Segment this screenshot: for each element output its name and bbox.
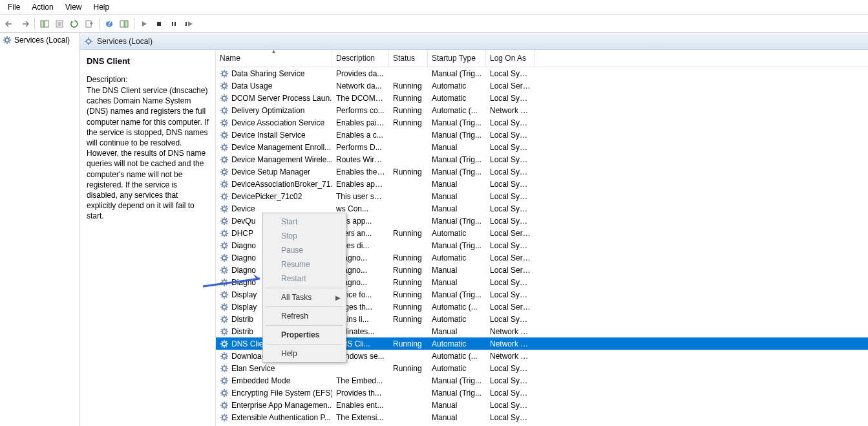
show-hide-action-pane-button[interactable] (117, 17, 131, 31)
svg-line-89 (226, 149, 227, 149)
svg-point-24 (87, 39, 90, 43)
svg-line-241 (222, 353, 222, 354)
cell-startup: Manual (428, 400, 486, 410)
cell-name: Elan Service (216, 363, 332, 374)
table-row[interactable]: Delivery OptimizationPerforms co...Runni… (216, 104, 868, 116)
cell-logon: Local Syste... (486, 240, 535, 251)
cell-logon: Local Syste... (486, 142, 535, 153)
svg-line-189 (222, 284, 222, 284)
svg-line-82 (226, 132, 227, 133)
svg-line-190 (226, 279, 227, 280)
forward-button[interactable] (17, 17, 32, 31)
col-name[interactable]: Name▲ (216, 50, 332, 67)
svg-line-153 (222, 235, 222, 235)
table-row[interactable]: Device Management Wirele...Routes Wire..… (216, 153, 868, 165)
svg-point-209 (222, 317, 226, 321)
detail-description: The DNS Client service (dnscache) caches… (87, 85, 209, 221)
table-row[interactable]: Enterprise App Managemen...Enables ent..… (216, 399, 868, 411)
cell-status (389, 196, 428, 197)
cell-startup: Manual (Trig... (428, 216, 486, 226)
cell-status: Running (389, 290, 428, 300)
cell-name: DevicePicker_71c02 (216, 191, 332, 202)
pause-service-button[interactable] (167, 17, 181, 31)
table-row[interactable]: Device Setup ManagerEnables the ...Runni… (216, 165, 868, 178)
table-row[interactable]: Encrypting File System (EFS)Provides th.… (216, 387, 868, 399)
context-menu: StartStopPauseResumeRestartAll Tasks▶Ref… (262, 213, 346, 363)
svg-line-108 (222, 173, 222, 174)
cell-logon: Local Service (486, 81, 535, 91)
col-startup-type[interactable]: Startup Type (428, 50, 486, 67)
context-menu-restart: Restart (264, 272, 344, 286)
menu-file[interactable]: File (3, 1, 25, 13)
table-row[interactable]: Elan ServiceRunningAutomaticLocal Syste.… (216, 362, 868, 374)
cell-status (389, 392, 428, 394)
cell-logon: Local Syste... (486, 154, 535, 165)
table-row[interactable]: Device Association ServiceEnables pair..… (216, 116, 868, 129)
export-list-button[interactable] (82, 17, 96, 31)
svg-point-110 (222, 182, 226, 186)
gear-icon (220, 204, 229, 213)
cell-startup: Automatic (428, 253, 486, 263)
show-hide-tree-button[interactable] (37, 17, 52, 31)
table-row[interactable]: Device Install ServiceEnables a c...Manu… (216, 129, 868, 141)
cell-status: Running (389, 265, 428, 275)
gear-icon (220, 327, 229, 336)
cell-logon: Local Syste... (486, 204, 535, 214)
back-button[interactable] (3, 17, 17, 31)
context-menu-help[interactable]: Help (264, 346, 344, 361)
cell-description: Enables a c... (332, 130, 389, 140)
cell-description (332, 368, 389, 369)
refresh-button[interactable] (67, 17, 81, 31)
col-status[interactable]: Status (389, 50, 428, 67)
table-row[interactable]: DeviceAssociationBroker_71...Enables app… (216, 178, 868, 190)
col-log-on-as[interactable]: Log On As (486, 50, 535, 67)
context-menu-all-tasks[interactable]: All Tasks▶ (264, 290, 344, 304)
svg-line-205 (222, 304, 222, 304)
svg-point-74 (222, 133, 226, 137)
menu-view[interactable]: View (60, 1, 87, 13)
cell-name: Embedded Mode (216, 376, 332, 386)
tab-header: Services (Local) (80, 33, 868, 50)
context-menu-properties[interactable]: Properties (264, 328, 344, 342)
svg-line-208 (226, 304, 227, 304)
context-menu-refresh[interactable]: Refresh (264, 309, 344, 323)
cell-logon: Local Syste... (486, 93, 535, 103)
col-description[interactable]: Description (332, 50, 389, 67)
restart-service-button[interactable] (182, 17, 196, 31)
menu-action[interactable]: Action (26, 1, 58, 13)
start-service-button[interactable] (137, 17, 151, 31)
table-row[interactable]: Embedded ModeThe Embed...Manual (Trig...… (216, 374, 868, 387)
svg-rect-0 (41, 21, 44, 27)
context-menu-separator (266, 288, 343, 288)
svg-line-97 (222, 156, 222, 157)
table-row[interactable]: DevicePicker_71c02This user ser...Manual… (216, 190, 868, 202)
tree-root-services[interactable]: Services (Local) (1, 35, 78, 45)
menu-help[interactable]: Help (89, 1, 115, 13)
cell-startup: Manual (428, 179, 486, 189)
gear-icon (220, 376, 229, 385)
svg-line-124 (222, 193, 222, 194)
table-row[interactable]: Data UsageNetwork da...RunningAutomaticL… (216, 80, 868, 92)
table-row[interactable]: Extensible Authentication P...The Extens… (216, 411, 868, 423)
table-row[interactable]: Data Sharing ServiceProvides da...Manual… (216, 67, 868, 80)
help-button[interactable]: ? (102, 17, 116, 31)
cell-startup: Manual (428, 204, 486, 214)
menubar: File Action View Help (0, 0, 868, 15)
svg-point-29 (222, 72, 226, 76)
svg-point-281 (222, 416, 226, 420)
svg-line-178 (222, 267, 222, 268)
table-row[interactable]: DCOM Server Process Laun...The DCOML...R… (216, 92, 868, 104)
stop-service-button[interactable] (152, 17, 166, 31)
svg-line-217 (226, 316, 227, 317)
svg-line-127 (226, 193, 227, 194)
cell-logon: Local Syste... (486, 314, 535, 325)
table-row[interactable]: Device Management Enroll...Performs D...… (216, 141, 868, 153)
svg-point-236 (222, 354, 226, 358)
svg-line-152 (226, 235, 227, 235)
svg-line-289 (226, 414, 227, 415)
properties-button[interactable] (52, 17, 67, 31)
svg-line-44 (226, 87, 227, 88)
cell-description: Enables ent... (332, 400, 389, 410)
svg-point-218 (222, 330, 226, 334)
svg-line-116 (226, 186, 227, 186)
